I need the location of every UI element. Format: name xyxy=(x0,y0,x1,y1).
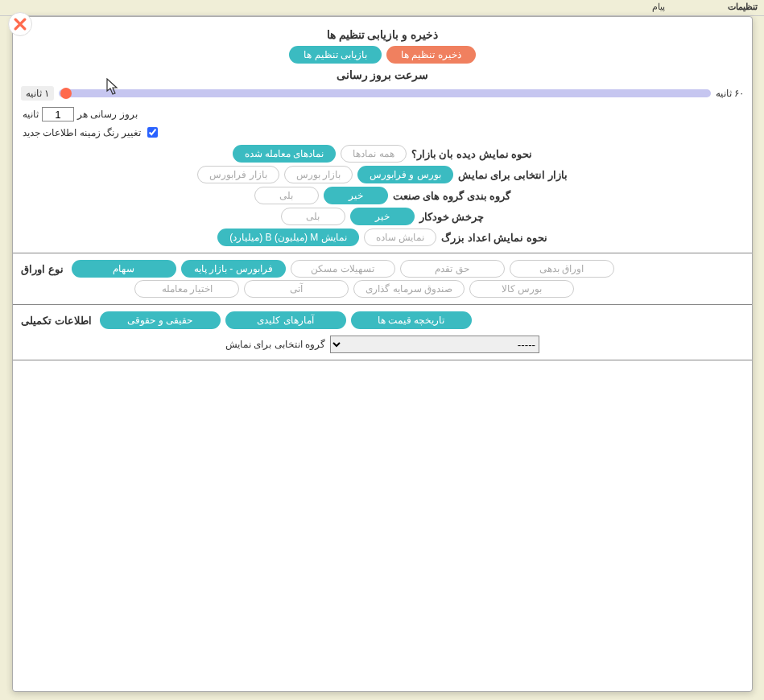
market-select-both[interactable]: بورس و فرابورس xyxy=(357,166,453,183)
sec-right[interactable]: حق تقدم xyxy=(400,260,505,278)
extra-real-legal[interactable]: حقیقی و حقوقی xyxy=(100,311,221,329)
sec-commodity[interactable]: بورس کالا xyxy=(469,280,574,298)
auto-rotate-label: چرخش خودکار xyxy=(419,211,485,223)
big-numbers-simple[interactable]: نمایش ساده xyxy=(364,229,436,246)
auto-rotate-yes[interactable]: بلی xyxy=(281,208,345,225)
slider-min-label: ۱ ثانیه xyxy=(21,86,54,101)
group-select-label: گروه انتخابی برای نمایش xyxy=(225,339,325,350)
update-interval-slider[interactable] xyxy=(59,89,710,97)
save-restore-title: ذخیره و بازیابی تنظیم ها xyxy=(13,28,752,41)
market-select-fara[interactable]: بازار فرابورس xyxy=(197,166,279,183)
extra-price-history[interactable]: تاریخچه قیمت ها xyxy=(351,311,472,329)
sec-option[interactable]: اختیار معامله xyxy=(134,280,239,298)
sec-fund[interactable]: صندوق سرمایه گذاری xyxy=(353,280,465,298)
auto-rotate-no[interactable]: خیر xyxy=(350,208,415,225)
sec-stock[interactable]: سهام xyxy=(72,260,176,278)
securities-label: نوع اوراق xyxy=(21,263,64,275)
message-label: پیام xyxy=(652,2,665,12)
extra-key-stats[interactable]: آمارهای کلیدی xyxy=(225,311,346,329)
restore-settings-button[interactable]: بازیابی تنظیم ها xyxy=(289,46,382,64)
sec-housing[interactable]: تسهیلات مسکن xyxy=(291,260,395,278)
interval-input[interactable] xyxy=(42,107,74,121)
bg-color-change-label: تغییر رنگ زمینه اطلاعات جدید xyxy=(23,127,141,138)
settings-title: تنظیمات xyxy=(728,2,758,12)
bg-color-change-checkbox[interactable] xyxy=(147,127,158,138)
market-select-label: بازار انتخابی برای نمایش xyxy=(458,169,568,181)
close-icon xyxy=(12,16,28,32)
close-button[interactable] xyxy=(8,12,32,36)
extra-info-label: اطلاعات تکمیلی xyxy=(21,315,92,327)
market-select-bourse[interactable]: بازار بورس xyxy=(284,166,353,183)
settings-panel: ذخیره و بازیابی تنظیم ها ذخیره تنظیم ها … xyxy=(12,16,753,692)
market-watch-label: نحوه نمایش دیده بان بازار؟ xyxy=(411,148,532,160)
industry-group-no[interactable]: خیر xyxy=(324,187,388,204)
industry-group-yes[interactable]: بلی xyxy=(254,187,319,204)
sec-ati[interactable]: آتی xyxy=(244,280,349,298)
big-numbers-label: نحوه نمایش اعداد بزرگ xyxy=(441,232,547,244)
update-speed-title: سرعت بروز رسانی xyxy=(13,68,752,81)
market-watch-all[interactable]: همه نمادها xyxy=(341,145,406,163)
big-numbers-mb[interactable]: نمایش M (میلیون) B (میلیارد) xyxy=(217,229,358,246)
sec-debt[interactable]: اوراق بدهی xyxy=(510,260,614,278)
slider-max-label: ۶۰ ثانیه xyxy=(716,88,744,99)
sec-farabourse-base[interactable]: فرابورس - بازار پایه xyxy=(181,260,286,278)
save-settings-button[interactable]: ذخیره تنظیم ها xyxy=(386,46,476,64)
industry-group-label: گروه بندی گروه های صنعت xyxy=(393,190,510,202)
group-select[interactable]: ----- xyxy=(330,336,539,353)
interval-prefix: بروز رسانی هر xyxy=(77,109,138,120)
slider-thumb[interactable] xyxy=(60,88,72,99)
interval-suffix: ثانیه xyxy=(23,109,39,120)
market-watch-traded[interactable]: نمادهای معامله شده xyxy=(233,145,337,163)
